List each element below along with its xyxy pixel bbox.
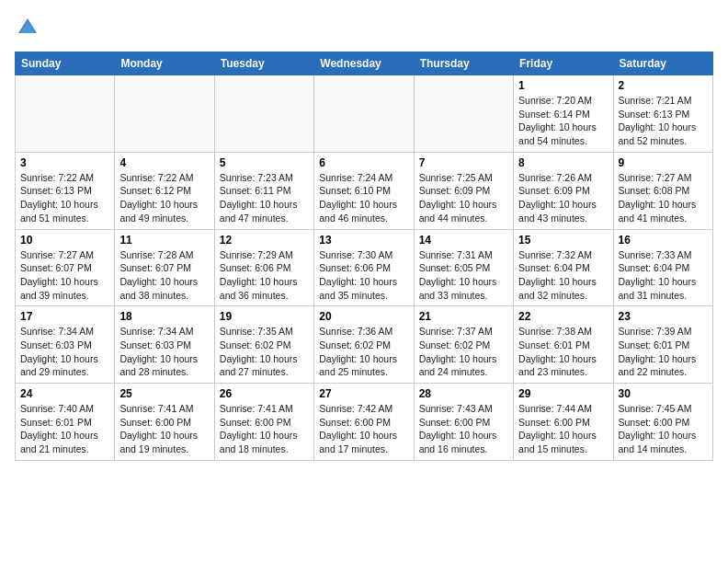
- day-number: 19: [220, 310, 309, 323]
- calendar-cell: 28Sunrise: 7:43 AMSunset: 6:00 PMDayligh…: [414, 384, 513, 461]
- calendar-cell: 24Sunrise: 7:40 AMSunset: 6:01 PMDayligh…: [16, 384, 115, 461]
- day-number: 5: [220, 156, 309, 169]
- day-number: 29: [518, 387, 608, 400]
- day-number: 15: [518, 234, 608, 247]
- day-info: Sunrise: 7:45 AMSunset: 6:00 PMDaylight:…: [619, 402, 708, 456]
- calendar-cell: 17Sunrise: 7:34 AMSunset: 6:03 PMDayligh…: [16, 306, 115, 384]
- weekday-header-monday: Monday: [115, 52, 214, 75]
- day-number: 25: [119, 387, 209, 400]
- day-info: Sunrise: 7:43 AMSunset: 6:00 PMDaylight:…: [419, 402, 508, 456]
- day-info: Sunrise: 7:35 AMSunset: 6:02 PMDaylight:…: [220, 325, 309, 379]
- day-number: 2: [619, 79, 708, 92]
- day-number: 4: [119, 156, 209, 169]
- day-info: Sunrise: 7:39 AMSunset: 6:01 PMDaylight:…: [619, 325, 708, 379]
- calendar-week-1: 1Sunrise: 7:20 AMSunset: 6:14 PMDaylight…: [16, 75, 713, 153]
- calendar-body: 1Sunrise: 7:20 AMSunset: 6:14 PMDaylight…: [16, 75, 713, 461]
- calendar-cell: 26Sunrise: 7:41 AMSunset: 6:00 PMDayligh…: [214, 384, 313, 461]
- weekday-header-thursday: Thursday: [414, 52, 513, 75]
- day-info: Sunrise: 7:40 AMSunset: 6:01 PMDaylight:…: [20, 402, 109, 456]
- calendar-cell: 2Sunrise: 7:21 AMSunset: 6:13 PMDaylight…: [613, 75, 712, 153]
- calendar-cell: 21Sunrise: 7:37 AMSunset: 6:02 PMDayligh…: [414, 306, 513, 384]
- day-info: Sunrise: 7:27 AMSunset: 6:07 PMDaylight:…: [20, 248, 109, 303]
- calendar-cell: 29Sunrise: 7:44 AMSunset: 6:00 PMDayligh…: [514, 384, 613, 461]
- calendar-cell: 15Sunrise: 7:32 AMSunset: 6:04 PMDayligh…: [514, 229, 613, 306]
- day-info: Sunrise: 7:28 AMSunset: 6:07 PMDaylight:…: [119, 248, 209, 303]
- calendar-cell: 7Sunrise: 7:25 AMSunset: 6:09 PMDaylight…: [414, 152, 513, 229]
- logo: [15, 15, 44, 40]
- day-info: Sunrise: 7:44 AMSunset: 6:00 PMDaylight:…: [518, 402, 608, 456]
- day-info: Sunrise: 7:29 AMSunset: 6:06 PMDaylight:…: [220, 248, 309, 303]
- day-info: Sunrise: 7:23 AMSunset: 6:11 PMDaylight:…: [220, 171, 309, 225]
- day-number: 3: [20, 156, 109, 169]
- day-info: Sunrise: 7:42 AMSunset: 6:00 PMDaylight:…: [319, 402, 408, 456]
- day-info: Sunrise: 7:41 AMSunset: 6:00 PMDaylight:…: [220, 402, 309, 456]
- weekday-header-saturday: Saturday: [613, 52, 712, 75]
- calendar-week-2: 3Sunrise: 7:22 AMSunset: 6:13 PMDaylight…: [16, 152, 713, 229]
- logo-icon: [15, 15, 40, 40]
- day-info: Sunrise: 7:36 AMSunset: 6:02 PMDaylight:…: [319, 325, 408, 379]
- day-info: Sunrise: 7:22 AMSunset: 6:13 PMDaylight:…: [20, 171, 109, 225]
- calendar-cell: [414, 75, 513, 153]
- day-number: 21: [419, 310, 508, 323]
- calendar-cell: 10Sunrise: 7:27 AMSunset: 6:07 PMDayligh…: [16, 229, 115, 306]
- day-info: Sunrise: 7:24 AMSunset: 6:10 PMDaylight:…: [319, 171, 408, 225]
- calendar-cell: 8Sunrise: 7:26 AMSunset: 6:09 PMDaylight…: [514, 152, 613, 229]
- weekday-header-wednesday: Wednesday: [314, 52, 414, 75]
- day-number: 7: [419, 156, 508, 169]
- calendar-cell: 12Sunrise: 7:29 AMSunset: 6:06 PMDayligh…: [214, 229, 313, 306]
- calendar-cell: 16Sunrise: 7:33 AMSunset: 6:04 PMDayligh…: [613, 229, 712, 306]
- weekday-header-row: SundayMondayTuesdayWednesdayThursdayFrid…: [16, 52, 713, 75]
- calendar-cell: 20Sunrise: 7:36 AMSunset: 6:02 PMDayligh…: [314, 306, 414, 384]
- calendar-week-5: 24Sunrise: 7:40 AMSunset: 6:01 PMDayligh…: [16, 384, 713, 461]
- calendar-cell: 19Sunrise: 7:35 AMSunset: 6:02 PMDayligh…: [214, 306, 313, 384]
- day-info: Sunrise: 7:20 AMSunset: 6:14 PMDaylight:…: [518, 94, 608, 148]
- day-number: 28: [419, 387, 508, 400]
- day-number: 24: [20, 387, 109, 400]
- calendar-cell: [214, 75, 313, 153]
- day-info: Sunrise: 7:30 AMSunset: 6:06 PMDaylight:…: [319, 248, 408, 303]
- day-number: 14: [419, 234, 508, 247]
- day-info: Sunrise: 7:26 AMSunset: 6:09 PMDaylight:…: [518, 171, 608, 225]
- weekday-header-tuesday: Tuesday: [214, 52, 313, 75]
- day-info: Sunrise: 7:21 AMSunset: 6:13 PMDaylight:…: [619, 94, 708, 148]
- calendar-week-3: 10Sunrise: 7:27 AMSunset: 6:07 PMDayligh…: [16, 229, 713, 306]
- calendar-header: SundayMondayTuesdayWednesdayThursdayFrid…: [16, 52, 713, 75]
- day-number: 20: [319, 310, 408, 323]
- calendar-cell: 11Sunrise: 7:28 AMSunset: 6:07 PMDayligh…: [115, 229, 214, 306]
- day-number: 16: [619, 234, 708, 247]
- day-number: 23: [619, 310, 708, 323]
- calendar-week-4: 17Sunrise: 7:34 AMSunset: 6:03 PMDayligh…: [16, 306, 713, 384]
- day-info: Sunrise: 7:27 AMSunset: 6:08 PMDaylight:…: [619, 171, 708, 225]
- day-number: 17: [20, 310, 109, 323]
- day-number: 8: [518, 156, 608, 169]
- weekday-header-sunday: Sunday: [16, 52, 115, 75]
- calendar-cell: 18Sunrise: 7:34 AMSunset: 6:03 PMDayligh…: [115, 306, 214, 384]
- day-number: 12: [220, 234, 309, 247]
- calendar-cell: 6Sunrise: 7:24 AMSunset: 6:10 PMDaylight…: [314, 152, 414, 229]
- calendar-cell: [314, 75, 414, 153]
- day-info: Sunrise: 7:41 AMSunset: 6:00 PMDaylight:…: [119, 402, 209, 456]
- calendar-cell: 22Sunrise: 7:38 AMSunset: 6:01 PMDayligh…: [514, 306, 613, 384]
- day-number: 18: [119, 310, 209, 323]
- day-info: Sunrise: 7:22 AMSunset: 6:12 PMDaylight:…: [119, 171, 209, 225]
- day-number: 9: [619, 156, 708, 169]
- day-info: Sunrise: 7:33 AMSunset: 6:04 PMDaylight:…: [619, 248, 708, 303]
- calendar-cell: [115, 75, 214, 153]
- calendar-cell: 1Sunrise: 7:20 AMSunset: 6:14 PMDaylight…: [514, 75, 613, 153]
- calendar-cell: 13Sunrise: 7:30 AMSunset: 6:06 PMDayligh…: [314, 229, 414, 306]
- calendar-cell: 3Sunrise: 7:22 AMSunset: 6:13 PMDaylight…: [16, 152, 115, 229]
- page-header: [15, 15, 713, 40]
- day-info: Sunrise: 7:37 AMSunset: 6:02 PMDaylight:…: [419, 325, 508, 379]
- day-info: Sunrise: 7:34 AMSunset: 6:03 PMDaylight:…: [119, 325, 209, 379]
- day-info: Sunrise: 7:34 AMSunset: 6:03 PMDaylight:…: [20, 325, 109, 379]
- day-info: Sunrise: 7:25 AMSunset: 6:09 PMDaylight:…: [419, 171, 508, 225]
- calendar-cell: [16, 75, 115, 153]
- day-number: 10: [20, 234, 109, 247]
- calendar-cell: 9Sunrise: 7:27 AMSunset: 6:08 PMDaylight…: [613, 152, 712, 229]
- day-number: 1: [518, 79, 608, 92]
- day-info: Sunrise: 7:31 AMSunset: 6:05 PMDaylight:…: [419, 248, 508, 303]
- day-number: 13: [319, 234, 408, 247]
- calendar-cell: 14Sunrise: 7:31 AMSunset: 6:05 PMDayligh…: [414, 229, 513, 306]
- day-info: Sunrise: 7:38 AMSunset: 6:01 PMDaylight:…: [518, 325, 608, 379]
- day-info: Sunrise: 7:32 AMSunset: 6:04 PMDaylight:…: [518, 248, 608, 303]
